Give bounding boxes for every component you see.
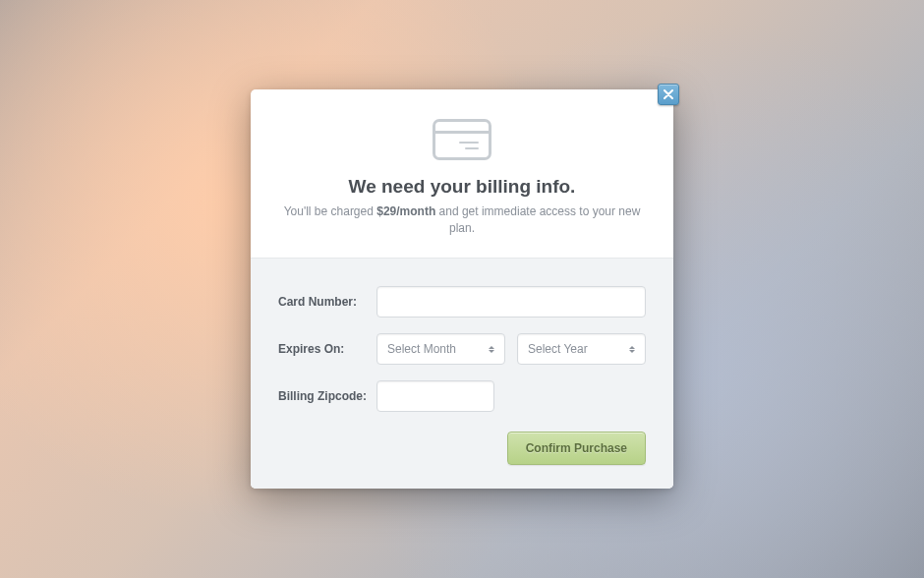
zipcode-input[interactable] [376, 380, 494, 412]
modal-subtitle: You'll be charged $29/month and get imme… [280, 203, 644, 237]
expires-month-select[interactable]: Select Month [376, 333, 505, 365]
subtitle-suffix: and get immediate access to your new pla… [435, 204, 640, 235]
card-number-label: Card Number: [278, 295, 376, 309]
modal-title: We need your billing info. [280, 176, 644, 198]
zipcode-label: Billing Zipcode: [278, 389, 376, 403]
expires-label: Expires On: [278, 342, 376, 356]
modal-header: We need your billing info. You'll be cha… [251, 89, 673, 260]
close-button[interactable] [658, 84, 679, 105]
expires-year-select[interactable]: Select Year [517, 333, 646, 365]
close-icon [664, 86, 673, 103]
chevron-updown-icon [489, 346, 494, 353]
price: $29/month [376, 204, 435, 218]
expires-row: Expires On: Select Month Select Year [278, 333, 646, 365]
chevron-updown-icon [629, 346, 635, 353]
credit-card-icon [433, 119, 491, 160]
billing-modal: We need your billing info. You'll be cha… [251, 89, 673, 490]
billing-form: Card Number: Expires On: Select Month Se… [251, 259, 673, 489]
card-number-input[interactable] [376, 286, 646, 318]
month-placeholder: Select Month [387, 342, 456, 356]
confirm-purchase-button[interactable]: Confirm Purchase [507, 432, 646, 465]
year-placeholder: Select Year [528, 342, 588, 356]
subtitle-prefix: You'll be charged [284, 204, 377, 218]
card-number-row: Card Number: [278, 286, 646, 318]
zipcode-row: Billing Zipcode: [278, 380, 646, 412]
form-actions: Confirm Purchase [278, 432, 646, 465]
